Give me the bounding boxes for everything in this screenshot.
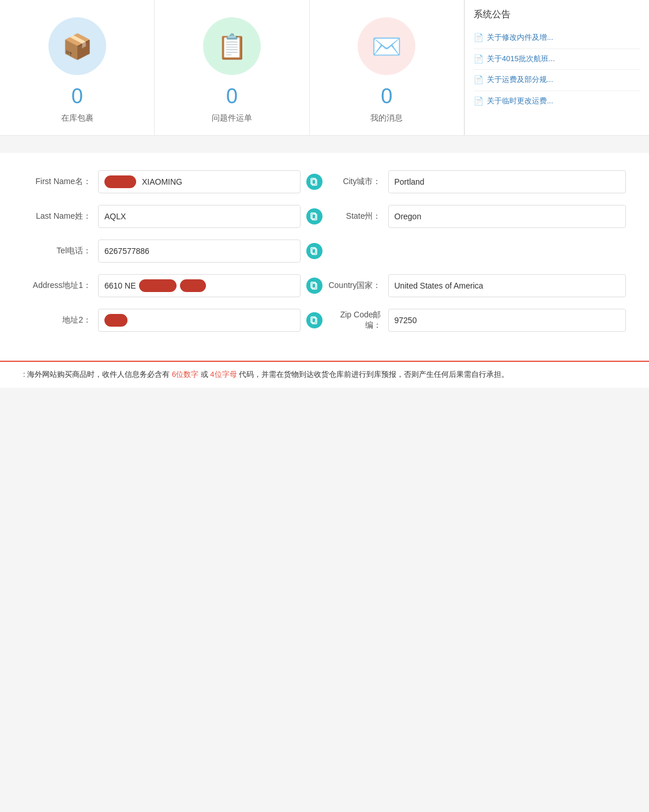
city-input[interactable] [388,170,627,193]
form-row-city: City城市： [325,170,627,193]
address2-label: 地址2： [23,315,98,325]
section-gap [0,136,649,153]
box-icon: 📦 [62,32,92,61]
address1-redacted-1 [139,279,177,292]
stat-card-problems: 📋 0 问题件运单 [155,0,309,135]
announcement-item-3[interactable]: 📄 关于运费及部分规... [474,70,640,91]
tel-input[interactable] [98,240,301,263]
zipcode-input-wrap [388,309,627,332]
address-section: First Name名： XIAOMING [0,153,649,361]
announcement-title: 系统公告 [474,9,640,21]
form-row-state: State州： [325,205,627,228]
lastname-label: Last Name姓： [23,211,98,222]
state-label: State州： [325,211,388,222]
city-input-wrap [388,170,627,193]
mail-icon: ✉️ [372,32,402,61]
lastname-input[interactable] [98,205,301,228]
address1-copy-icon [306,278,322,294]
doc-icon-2: 📄 [474,54,483,65]
left-col: First Name名： XIAOMING [23,170,325,343]
firstname-label: First Name名： [23,177,98,187]
announcement-item-2[interactable]: 📄 关于4015批次航班... [474,49,640,70]
state-input-wrap [388,205,627,228]
messages-number: 0 [381,84,392,108]
notice-highlight2: 4位字母 [210,370,237,379]
notice-bar: : 海外网站购买商品时，收件人信息务必含有 6位数字 或 4位字母 代码，并需在… [0,361,649,388]
zipcode-input[interactable] [388,309,627,332]
country-input[interactable] [388,274,627,297]
stats-section: 📦 0 在库包裹 📋 0 问题件运单 ✉️ 0 我的消息 系统公告 📄 关于修改… [0,0,649,136]
stats-left: 📦 0 在库包裹 📋 0 问题件运单 ✉️ 0 我的消息 [0,0,464,135]
address1-partial: 6610 NE [104,281,136,290]
form-row-address1: Address地址1： 6610 NE [23,274,325,297]
tel-copy-button[interactable] [304,241,325,261]
notice-text-before: 海外网站购买商品时，收件人信息务必含有 [27,370,170,379]
form-grid: First Name名： XIAOMING [23,170,626,343]
announcement-item-1[interactable]: 📄 关于修改内件及增... [474,28,640,49]
messages-label: 我的消息 [370,113,403,124]
zipcode-label: Zip Code邮编： [325,310,388,331]
address1-input-wrap: 6610 NE [98,274,325,297]
lastname-copy-icon [306,208,322,224]
messages-icon-wrap: ✉️ [358,17,415,75]
bottom-space [0,388,649,676]
problems-label: 问题件运单 [212,113,252,124]
problems-number: 0 [226,84,238,108]
form-row-firstname: First Name名： XIAOMING [23,170,325,193]
lastname-copy-button[interactable] [304,206,325,227]
notice-prefix: : [23,370,25,379]
firstname-redacted [104,175,136,188]
clipboard-icon: 📋 [217,32,247,61]
announcement-text-1: 关于修改内件及增... [487,32,553,43]
country-input-wrap [388,274,627,297]
address1-redacted-2 [180,279,206,292]
firstname-copy-icon [306,174,322,190]
form-row-country: Country国家： [325,274,627,297]
form-row-address2: 地址2： [23,309,325,332]
notice-text-middle: 或 [201,370,208,379]
stat-card-packages: 📦 0 在库包裹 [0,0,155,135]
announcement-text-4: 关于临时更改运费... [487,96,553,106]
announcement-text-2: 关于4015批次航班... [487,54,555,64]
packages-label: 在库包裹 [61,113,93,124]
address1-copy-button[interactable] [304,275,325,296]
state-input[interactable] [388,205,627,228]
tel-input-wrap [98,240,325,263]
announcement-panel: 系统公告 📄 关于修改内件及增... 📄 关于4015批次航班... 📄 关于运… [464,0,649,135]
notice-text-after: 代码，并需在货物到达收货仓库前进行到库预报，否则产生任何后果需自行承担。 [239,370,509,379]
address2-redacted [104,314,127,327]
city-label: City城市： [325,177,388,187]
tel-label: Tel电话： [23,246,98,256]
announcement-item-4[interactable]: 📄 关于临时更改运费... [474,91,640,112]
tel-copy-icon [306,243,322,259]
address2-copy-icon [306,312,322,328]
lastname-input-wrap [98,205,325,228]
address1-input-display[interactable]: 6610 NE [98,274,301,297]
address1-label: Address地址1： [23,280,98,291]
firstname-value: XIAOMING [142,177,182,186]
address2-input-display[interactable] [98,309,301,332]
packages-number: 0 [72,84,83,108]
address2-input-wrap [98,309,325,332]
problems-icon-wrap: 📋 [203,17,261,75]
address2-copy-button[interactable] [304,310,325,331]
notice-highlight1: 6位数字 [172,370,198,379]
right-col-spacer [325,240,627,274]
packages-icon-wrap: 📦 [48,17,106,75]
form-row-lastname: Last Name姓： [23,205,325,228]
right-col: City城市： State州： Country国家： [325,170,627,343]
country-label: Country国家： [325,280,388,291]
doc-icon-3: 📄 [474,74,483,86]
doc-icon-4: 📄 [474,96,483,107]
announcement-text-3: 关于运费及部分规... [487,74,553,85]
doc-icon-1: 📄 [474,32,483,44]
stat-card-messages: ✉️ 0 我的消息 [310,0,464,135]
firstname-input-display[interactable]: XIAOMING [98,170,301,193]
form-row-tel: Tel电话： [23,240,325,263]
form-row-zipcode: Zip Code邮编： [325,309,627,332]
firstname-copy-button[interactable] [304,171,325,192]
firstname-input-wrap: XIAOMING [98,170,325,193]
